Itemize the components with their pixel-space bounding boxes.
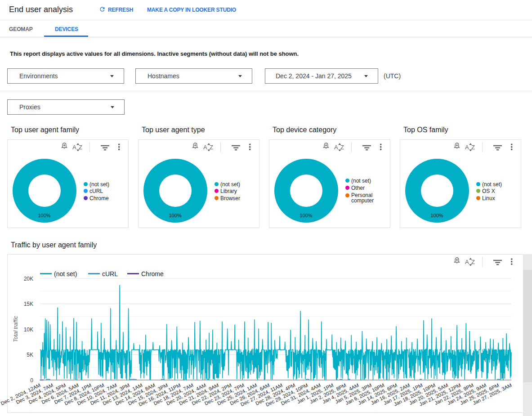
svg-text:10K: 10K	[24, 327, 33, 333]
svg-text:0: 0	[30, 377, 33, 384]
svg-text:15K: 15K	[24, 301, 33, 307]
svg-text:Total traffic: Total traffic	[13, 316, 19, 342]
svg-text:5K: 5K	[27, 352, 33, 358]
svg-text:20K: 20K	[24, 276, 33, 282]
